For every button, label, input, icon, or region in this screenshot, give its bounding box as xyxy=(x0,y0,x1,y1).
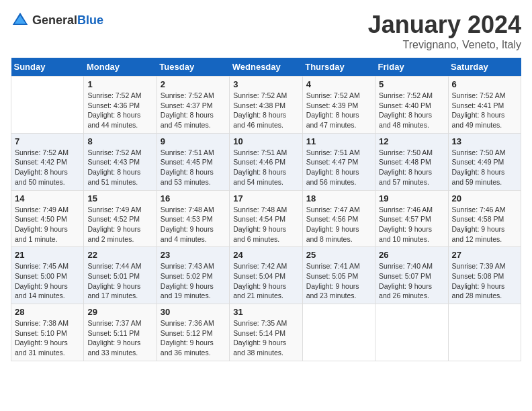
calendar-cell: 27Sunrise: 7:39 AMSunset: 5:08 PMDayligh… xyxy=(448,247,521,304)
day-number: 28 xyxy=(15,307,80,317)
day-number: 2 xyxy=(161,79,226,89)
col-header-friday: Friday xyxy=(375,58,448,77)
day-number: 18 xyxy=(306,193,371,203)
calendar-cell: 29Sunrise: 7:37 AMSunset: 5:11 PMDayligh… xyxy=(84,304,157,361)
day-number: 15 xyxy=(87,193,152,203)
cell-details: Sunrise: 7:45 AMSunset: 5:00 PMDaylight:… xyxy=(15,261,80,301)
calendar-cell: 7Sunrise: 7:52 AMSunset: 4:42 PMDaylight… xyxy=(11,133,84,190)
calendar-cell: 10Sunrise: 7:51 AMSunset: 4:46 PMDayligh… xyxy=(230,133,302,190)
cell-details: Sunrise: 7:50 AMSunset: 4:48 PMDaylight:… xyxy=(379,148,444,187)
calendar-week-row: 28Sunrise: 7:38 AMSunset: 5:10 PMDayligh… xyxy=(11,304,521,361)
cell-details: Sunrise: 7:50 AMSunset: 4:49 PMDaylight:… xyxy=(452,148,517,187)
calendar-cell: 26Sunrise: 7:40 AMSunset: 5:07 PMDayligh… xyxy=(375,247,448,304)
cell-details: Sunrise: 7:47 AMSunset: 4:56 PMDaylight:… xyxy=(306,205,371,244)
col-header-saturday: Saturday xyxy=(448,58,521,77)
cell-details: Sunrise: 7:41 AMSunset: 5:05 PMDaylight:… xyxy=(306,261,371,301)
location-title: Trevignano, Veneto, Italy xyxy=(368,39,521,51)
day-number: 6 xyxy=(452,79,517,89)
cell-details: Sunrise: 7:52 AMSunset: 4:43 PMDaylight:… xyxy=(87,148,152,187)
calendar-week-row: 21Sunrise: 7:45 AMSunset: 5:00 PMDayligh… xyxy=(11,247,521,304)
cell-details: Sunrise: 7:37 AMSunset: 5:11 PMDaylight:… xyxy=(87,318,152,358)
calendar-cell: 14Sunrise: 7:49 AMSunset: 4:50 PMDayligh… xyxy=(11,190,84,247)
cell-details: Sunrise: 7:35 AMSunset: 5:14 PMDaylight:… xyxy=(233,318,298,358)
day-number: 8 xyxy=(87,136,152,146)
cell-details: Sunrise: 7:51 AMSunset: 4:45 PMDaylight:… xyxy=(161,148,226,187)
calendar-cell: 2Sunrise: 7:52 AMSunset: 4:37 PMDaylight… xyxy=(157,77,229,134)
col-header-monday: Monday xyxy=(84,58,157,77)
calendar-cell: 12Sunrise: 7:50 AMSunset: 4:48 PMDayligh… xyxy=(375,133,448,190)
calendar-cell: 8Sunrise: 7:52 AMSunset: 4:43 PMDaylight… xyxy=(84,133,157,190)
calendar-cell: 28Sunrise: 7:38 AMSunset: 5:10 PMDayligh… xyxy=(11,304,84,361)
cell-details: Sunrise: 7:46 AMSunset: 4:57 PMDaylight:… xyxy=(379,205,444,244)
cell-details: Sunrise: 7:52 AMSunset: 4:36 PMDaylight:… xyxy=(87,91,152,130)
day-number: 29 xyxy=(87,307,152,317)
cell-details: Sunrise: 7:42 AMSunset: 5:04 PMDaylight:… xyxy=(233,261,298,301)
day-number: 26 xyxy=(379,250,444,260)
calendar-cell: 15Sunrise: 7:49 AMSunset: 4:52 PMDayligh… xyxy=(84,190,157,247)
calendar-week-row: 1Sunrise: 7:52 AMSunset: 4:36 PMDaylight… xyxy=(11,77,521,134)
calendar-header-row: SundayMondayTuesdayWednesdayThursdayFrid… xyxy=(11,58,521,77)
day-number: 23 xyxy=(161,250,226,260)
calendar-cell xyxy=(302,304,375,361)
calendar-cell xyxy=(11,77,84,134)
month-title: January 2024 xyxy=(368,11,521,39)
cell-details: Sunrise: 7:52 AMSunset: 4:40 PMDaylight:… xyxy=(379,91,444,130)
day-number: 20 xyxy=(452,193,517,203)
calendar-cell: 17Sunrise: 7:48 AMSunset: 4:54 PMDayligh… xyxy=(230,190,302,247)
cell-details: Sunrise: 7:51 AMSunset: 4:47 PMDaylight:… xyxy=(306,148,371,187)
day-number: 25 xyxy=(306,250,371,260)
calendar-cell: 30Sunrise: 7:36 AMSunset: 5:12 PMDayligh… xyxy=(157,304,229,361)
day-number: 21 xyxy=(15,250,80,260)
cell-details: Sunrise: 7:44 AMSunset: 5:01 PMDaylight:… xyxy=(87,261,152,301)
calendar-cell xyxy=(375,304,448,361)
cell-details: Sunrise: 7:52 AMSunset: 4:42 PMDaylight:… xyxy=(15,148,80,187)
col-header-wednesday: Wednesday xyxy=(230,58,302,77)
calendar-cell: 24Sunrise: 7:42 AMSunset: 5:04 PMDayligh… xyxy=(230,247,302,304)
day-number: 5 xyxy=(379,79,444,89)
day-number: 30 xyxy=(161,307,226,317)
day-number: 10 xyxy=(233,136,298,146)
cell-details: Sunrise: 7:38 AMSunset: 5:10 PMDaylight:… xyxy=(15,318,80,358)
col-header-thursday: Thursday xyxy=(302,58,375,77)
cell-details: Sunrise: 7:52 AMSunset: 4:41 PMDaylight:… xyxy=(452,91,517,130)
logo: GeneralBlue xyxy=(11,11,103,30)
day-number: 9 xyxy=(161,136,226,146)
calendar-cell: 25Sunrise: 7:41 AMSunset: 5:05 PMDayligh… xyxy=(302,247,375,304)
day-number: 22 xyxy=(87,250,152,260)
day-number: 7 xyxy=(15,136,80,146)
day-number: 31 xyxy=(233,307,298,317)
cell-details: Sunrise: 7:49 AMSunset: 4:50 PMDaylight:… xyxy=(15,205,80,244)
calendar-cell: 1Sunrise: 7:52 AMSunset: 4:36 PMDaylight… xyxy=(84,77,157,134)
calendar-table: SundayMondayTuesdayWednesdayThursdayFrid… xyxy=(11,58,521,361)
calendar-week-row: 14Sunrise: 7:49 AMSunset: 4:50 PMDayligh… xyxy=(11,190,521,247)
title-area: January 2024 Trevignano, Veneto, Italy xyxy=(368,11,521,51)
day-number: 19 xyxy=(379,193,444,203)
calendar-cell: 21Sunrise: 7:45 AMSunset: 5:00 PMDayligh… xyxy=(11,247,84,304)
day-number: 24 xyxy=(233,250,298,260)
calendar-cell: 6Sunrise: 7:52 AMSunset: 4:41 PMDaylight… xyxy=(448,77,521,134)
calendar-cell: 20Sunrise: 7:46 AMSunset: 4:58 PMDayligh… xyxy=(448,190,521,247)
calendar-cell: 22Sunrise: 7:44 AMSunset: 5:01 PMDayligh… xyxy=(84,247,157,304)
day-number: 14 xyxy=(15,193,80,203)
calendar-cell: 4Sunrise: 7:52 AMSunset: 4:39 PMDaylight… xyxy=(302,77,375,134)
calendar-cell xyxy=(448,304,521,361)
cell-details: Sunrise: 7:52 AMSunset: 4:37 PMDaylight:… xyxy=(161,91,226,130)
day-number: 4 xyxy=(306,79,371,89)
logo-blue-text: Blue xyxy=(77,13,103,27)
cell-details: Sunrise: 7:49 AMSunset: 4:52 PMDaylight:… xyxy=(87,205,152,244)
calendar-cell: 23Sunrise: 7:43 AMSunset: 5:02 PMDayligh… xyxy=(157,247,229,304)
calendar-cell: 9Sunrise: 7:51 AMSunset: 4:45 PMDaylight… xyxy=(157,133,229,190)
cell-details: Sunrise: 7:48 AMSunset: 4:54 PMDaylight:… xyxy=(233,205,298,244)
col-header-sunday: Sunday xyxy=(11,58,84,77)
calendar-cell: 31Sunrise: 7:35 AMSunset: 5:14 PMDayligh… xyxy=(230,304,302,361)
calendar-cell: 16Sunrise: 7:48 AMSunset: 4:53 PMDayligh… xyxy=(157,190,229,247)
day-number: 12 xyxy=(379,136,444,146)
cell-details: Sunrise: 7:36 AMSunset: 5:12 PMDaylight:… xyxy=(161,318,226,358)
day-number: 17 xyxy=(233,193,298,203)
cell-details: Sunrise: 7:52 AMSunset: 4:39 PMDaylight:… xyxy=(306,91,371,130)
calendar-cell: 5Sunrise: 7:52 AMSunset: 4:40 PMDaylight… xyxy=(375,77,448,134)
day-number: 3 xyxy=(233,79,298,89)
cell-details: Sunrise: 7:51 AMSunset: 4:46 PMDaylight:… xyxy=(233,148,298,187)
calendar-cell: 11Sunrise: 7:51 AMSunset: 4:47 PMDayligh… xyxy=(302,133,375,190)
cell-details: Sunrise: 7:43 AMSunset: 5:02 PMDaylight:… xyxy=(161,261,226,301)
